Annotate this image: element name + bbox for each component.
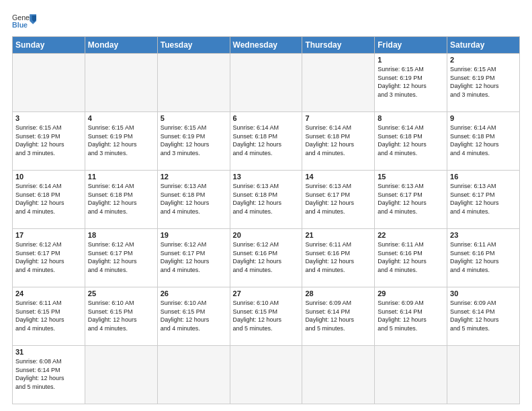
day-number: 24	[15, 289, 82, 298]
weekday-thursday: Thursday	[302, 37, 375, 54]
day-info: Sunrise: 6:08 AM Sunset: 6:14 PM Dayligh…	[15, 357, 82, 391]
calendar-cell: 29Sunrise: 6:09 AM Sunset: 6:14 PM Dayli…	[375, 287, 447, 346]
day-number: 8	[378, 114, 444, 122]
weekday-monday: Monday	[85, 37, 157, 54]
day-number: 11	[88, 173, 154, 181]
calendar-cell: 26Sunrise: 6:10 AM Sunset: 6:15 PM Dayli…	[157, 287, 230, 346]
day-info: Sunrise: 6:13 AM Sunset: 6:18 PM Dayligh…	[161, 182, 227, 216]
logo: General Blue	[12, 12, 36, 31]
calendar-cell: 11Sunrise: 6:14 AM Sunset: 6:18 PM Dayli…	[85, 171, 157, 229]
calendar-cell: 25Sunrise: 6:10 AM Sunset: 6:15 PM Dayli…	[85, 287, 157, 346]
calendar-cell: 31Sunrise: 6:08 AM Sunset: 6:14 PM Dayli…	[13, 346, 85, 404]
day-info: Sunrise: 6:09 AM Sunset: 6:14 PM Dayligh…	[378, 299, 444, 332]
calendar-cell: 6Sunrise: 6:14 AM Sunset: 6:18 PM Daylig…	[230, 112, 302, 171]
day-number: 20	[233, 231, 300, 239]
day-number: 12	[161, 173, 227, 181]
calendar-cell: 7Sunrise: 6:14 AM Sunset: 6:18 PM Daylig…	[302, 112, 375, 171]
day-info: Sunrise: 6:15 AM Sunset: 6:19 PM Dayligh…	[161, 124, 227, 157]
calendar-cell: 18Sunrise: 6:12 AM Sunset: 6:17 PM Dayli…	[85, 229, 157, 287]
day-number: 13	[233, 173, 300, 181]
day-info: Sunrise: 6:14 AM Sunset: 6:18 PM Dayligh…	[378, 124, 444, 157]
calendar: SundayMondayTuesdayWednesdayThursdayFrid…	[12, 36, 520, 404]
calendar-cell: 10Sunrise: 6:14 AM Sunset: 6:18 PM Dayli…	[13, 171, 85, 229]
calendar-cell	[85, 346, 157, 404]
day-info: Sunrise: 6:14 AM Sunset: 6:18 PM Dayligh…	[233, 124, 300, 157]
calendar-cell	[447, 346, 520, 404]
day-number: 17	[15, 231, 82, 239]
calendar-cell	[85, 54, 157, 112]
day-info: Sunrise: 6:13 AM Sunset: 6:18 PM Dayligh…	[233, 182, 300, 216]
day-number: 6	[233, 114, 300, 122]
calendar-cell: 2Sunrise: 6:15 AM Sunset: 6:19 PM Daylig…	[447, 54, 520, 112]
calendar-cell	[230, 54, 302, 112]
weekday-sunday: Sunday	[13, 37, 85, 54]
calendar-cell	[157, 54, 230, 112]
calendar-cell: 13Sunrise: 6:13 AM Sunset: 6:18 PM Dayli…	[230, 171, 302, 229]
day-info: Sunrise: 6:14 AM Sunset: 6:18 PM Dayligh…	[305, 124, 371, 157]
calendar-cell: 15Sunrise: 6:13 AM Sunset: 6:17 PM Dayli…	[375, 171, 447, 229]
calendar-cell	[302, 54, 375, 112]
day-info: Sunrise: 6:12 AM Sunset: 6:17 PM Dayligh…	[161, 240, 227, 274]
calendar-cell: 1Sunrise: 6:15 AM Sunset: 6:19 PM Daylig…	[375, 54, 447, 112]
weekday-friday: Friday	[375, 37, 447, 54]
calendar-cell: 17Sunrise: 6:12 AM Sunset: 6:17 PM Dayli…	[13, 229, 85, 287]
day-info: Sunrise: 6:15 AM Sunset: 6:19 PM Dayligh…	[15, 124, 82, 157]
day-number: 4	[88, 114, 154, 122]
calendar-cell: 21Sunrise: 6:11 AM Sunset: 6:16 PM Dayli…	[302, 229, 375, 287]
svg-text:Blue: Blue	[12, 21, 28, 29]
day-info: Sunrise: 6:11 AM Sunset: 6:15 PM Dayligh…	[15, 299, 82, 332]
calendar-cell	[157, 346, 230, 404]
day-info: Sunrise: 6:14 AM Sunset: 6:18 PM Dayligh…	[15, 182, 82, 216]
day-number: 10	[15, 173, 82, 181]
day-info: Sunrise: 6:13 AM Sunset: 6:17 PM Dayligh…	[305, 182, 371, 216]
calendar-cell	[302, 346, 375, 404]
weekday-header-row: SundayMondayTuesdayWednesdayThursdayFrid…	[13, 37, 520, 54]
calendar-cell: 4Sunrise: 6:15 AM Sunset: 6:19 PM Daylig…	[85, 112, 157, 171]
day-info: Sunrise: 6:13 AM Sunset: 6:17 PM Dayligh…	[450, 182, 517, 216]
day-info: Sunrise: 6:12 AM Sunset: 6:16 PM Dayligh…	[233, 240, 300, 274]
day-info: Sunrise: 6:14 AM Sunset: 6:18 PM Dayligh…	[450, 124, 517, 157]
day-info: Sunrise: 6:11 AM Sunset: 6:16 PM Dayligh…	[450, 240, 517, 274]
day-number: 23	[450, 231, 517, 239]
day-number: 31	[15, 348, 82, 356]
day-info: Sunrise: 6:10 AM Sunset: 6:15 PM Dayligh…	[88, 299, 154, 332]
day-number: 14	[305, 173, 371, 181]
day-number: 27	[233, 289, 300, 298]
day-info: Sunrise: 6:09 AM Sunset: 6:14 PM Dayligh…	[450, 299, 517, 332]
calendar-cell: 23Sunrise: 6:11 AM Sunset: 6:16 PM Dayli…	[447, 229, 520, 287]
day-info: Sunrise: 6:15 AM Sunset: 6:19 PM Dayligh…	[378, 65, 444, 99]
weekday-tuesday: Tuesday	[157, 37, 230, 54]
day-number: 15	[378, 173, 444, 181]
day-info: Sunrise: 6:12 AM Sunset: 6:17 PM Dayligh…	[15, 240, 82, 274]
day-info: Sunrise: 6:15 AM Sunset: 6:19 PM Dayligh…	[88, 124, 154, 157]
day-info: Sunrise: 6:11 AM Sunset: 6:16 PM Dayligh…	[305, 240, 371, 274]
calendar-cell: 22Sunrise: 6:11 AM Sunset: 6:16 PM Dayli…	[375, 229, 447, 287]
calendar-cell: 16Sunrise: 6:13 AM Sunset: 6:17 PM Dayli…	[447, 171, 520, 229]
day-number: 3	[15, 114, 82, 122]
week-row-1: 1Sunrise: 6:15 AM Sunset: 6:19 PM Daylig…	[13, 54, 520, 112]
day-info: Sunrise: 6:09 AM Sunset: 6:14 PM Dayligh…	[305, 299, 371, 332]
day-info: Sunrise: 6:10 AM Sunset: 6:15 PM Dayligh…	[233, 299, 300, 332]
day-number: 26	[161, 289, 227, 298]
day-number: 21	[305, 231, 371, 239]
day-info: Sunrise: 6:10 AM Sunset: 6:15 PM Dayligh…	[161, 299, 227, 332]
day-info: Sunrise: 6:14 AM Sunset: 6:18 PM Dayligh…	[88, 182, 154, 216]
header: General Blue	[12, 12, 520, 31]
day-info: Sunrise: 6:15 AM Sunset: 6:19 PM Dayligh…	[450, 65, 517, 99]
calendar-cell	[230, 346, 302, 404]
day-number: 30	[450, 289, 517, 298]
calendar-cell: 27Sunrise: 6:10 AM Sunset: 6:15 PM Dayli…	[230, 287, 302, 346]
day-number: 28	[305, 289, 371, 298]
calendar-cell: 9Sunrise: 6:14 AM Sunset: 6:18 PM Daylig…	[447, 112, 520, 171]
calendar-cell	[375, 346, 447, 404]
calendar-cell: 28Sunrise: 6:09 AM Sunset: 6:14 PM Dayli…	[302, 287, 375, 346]
week-row-4: 17Sunrise: 6:12 AM Sunset: 6:17 PM Dayli…	[13, 229, 520, 287]
day-info: Sunrise: 6:13 AM Sunset: 6:17 PM Dayligh…	[378, 182, 444, 216]
day-number: 22	[378, 231, 444, 239]
calendar-cell: 14Sunrise: 6:13 AM Sunset: 6:17 PM Dayli…	[302, 171, 375, 229]
day-number: 9	[450, 114, 517, 122]
calendar-cell: 24Sunrise: 6:11 AM Sunset: 6:15 PM Dayli…	[13, 287, 85, 346]
generalblue-logo-icon: General Blue	[12, 12, 36, 31]
calendar-cell: 3Sunrise: 6:15 AM Sunset: 6:19 PM Daylig…	[13, 112, 85, 171]
week-row-3: 10Sunrise: 6:14 AM Sunset: 6:18 PM Dayli…	[13, 171, 520, 229]
